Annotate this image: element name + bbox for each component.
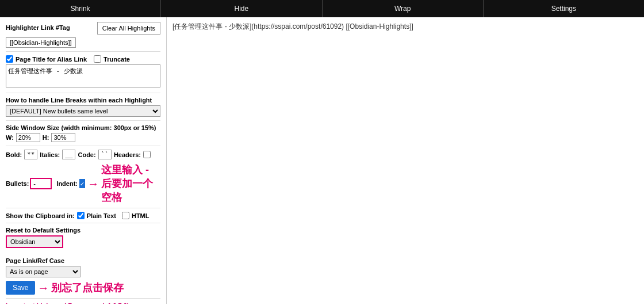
page-title-alias-label: Page Title for Alias Link [16,56,87,63]
truncate-label: Truncate [103,56,130,63]
width-input[interactable] [16,133,40,142]
divider-1 [6,51,160,52]
page-link-column: Page Link/Ref Case As is on page [6,257,80,277]
reset-label: Reset to Default Settings [6,227,80,234]
divider-6 [6,223,160,223]
highlighter-link-value: [[Obsidian-Highlights]] [6,37,76,48]
bullets-indent-row: Bullets: Indent: → 这里输入 - 后要加一个空格 [6,163,160,204]
page-link-select[interactable]: As is on page [6,266,80,277]
side-window-section: Side Window Size (width minimum: 300px o… [6,124,160,142]
html-checkbox[interactable] [122,212,129,219]
divider-7 [6,298,160,299]
width-label: W: [6,134,14,141]
code-value: `` [98,150,112,159]
divider-2 [6,93,160,93]
right-panel-content: [任务管理这件事 - 少数派](https://sspai.com/post/6… [172,22,638,32]
page-title-section: Page Title for Alias Link Truncate 任务管理这… [6,55,160,89]
truncate-checkbox[interactable] [94,55,101,63]
headers-checkbox[interactable] [143,151,151,158]
height-input[interactable] [51,133,75,142]
annotation-arrow-2: → [37,281,49,295]
reset-select[interactable]: Obsidian [6,235,63,248]
page-link-label: Page Link/Ref Case [6,257,80,264]
indent-label: Indent: [56,180,78,187]
bullets-label: Bullets: [6,180,29,187]
show-clipboard-label: Show the Clipboard in: [6,212,75,219]
main-layout: Highlighter Link #Tag Clear All Highligh… [0,17,644,304]
italics-label: Italics: [40,151,60,158]
reset-section: Reset to Default Settings Obsidian Page … [6,227,160,277]
annotation-indent-text: 这里输入 - 后要加一个空格 [101,163,160,204]
divider-5 [6,208,160,208]
line-breaks-label: How to handle Line Breaks within each Hi… [6,97,160,104]
important-links-heading: Important Links and Resources (v1.9.7.2) [6,302,160,304]
italics-value: __ [62,150,75,159]
headers-label: Headers: [114,151,141,158]
side-window-label: Side Window Size (width minimum: 300px o… [6,124,160,131]
highlighter-link-label: Highlighter Link #Tag [6,24,70,31]
save-row: Save → 别忘了点击保存 [6,281,160,295]
height-label: H: [43,134,49,141]
save-button[interactable]: Save [6,281,35,295]
indent-checkbox[interactable] [79,179,85,188]
right-panel: [任务管理这件事 - 少数派](https://sspai.com/post/6… [167,17,644,304]
bullets-input[interactable] [30,178,52,189]
bold-label: Bold: [6,151,22,158]
tab-shrink[interactable]: Shrink [0,0,161,17]
tab-settings[interactable]: Settings [484,0,644,17]
clear-all-highlights-button[interactable]: Clear All Highlights [97,22,160,35]
reset-column: Reset to Default Settings Obsidian [6,227,80,248]
annotation-save-text: 别忘了点击保存 [51,281,124,295]
code-label: Code: [78,151,95,158]
line-breaks-section: How to handle Line Breaks within each Hi… [6,97,160,117]
tab-bar: Shrink Hide Wrap Settings [0,0,644,17]
clipboard-section: Show the Clipboard in: Plain Text HTML [6,212,160,219]
html-label: HTML [132,212,150,219]
tab-hide[interactable]: Hide [161,0,322,17]
important-links-section: Important Links and Resources (v1.9.7.2)… [6,302,160,304]
divider-4 [6,146,160,146]
divider-3 [6,120,160,121]
bold-value: ** [24,150,37,159]
plain-text-checkbox[interactable] [77,212,85,219]
formatting-section: Bold: ** Italics: __ Code: `` Headers: [6,150,160,159]
plain-text-label: Plain Text [87,212,116,219]
annotation-arrow-1: → [87,177,99,190]
left-panel: Highlighter Link #Tag Clear All Highligh… [0,17,167,304]
page-title-alias-checkbox[interactable] [6,55,13,63]
tab-wrap[interactable]: Wrap [323,0,484,17]
line-breaks-select[interactable]: [DEFAULT] New bullets same level [6,105,160,117]
highlighter-link-section: Highlighter Link #Tag Clear All Highligh… [6,22,160,48]
page-title-textarea[interactable]: 任务管理这件事 - 少数派 [6,64,160,87]
